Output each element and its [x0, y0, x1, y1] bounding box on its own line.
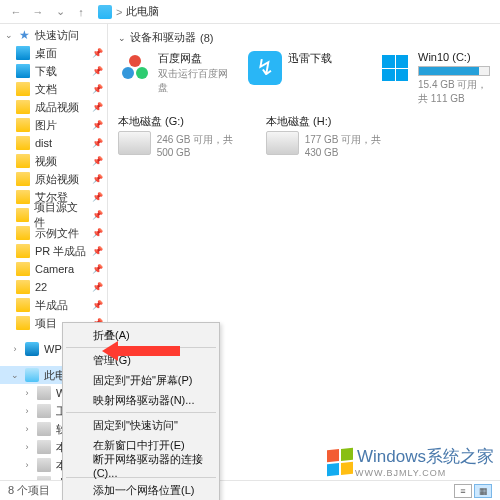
chevron-right-icon: ›: [22, 388, 32, 398]
pin-icon: 📌: [92, 102, 103, 112]
sidebar-item[interactable]: dist📌: [0, 134, 107, 152]
context-menu: 折叠(A)管理(G)固定到"开始"屏幕(P)映射网络驱动器(N)...固定到"快…: [62, 322, 220, 500]
sidebar-item-label: 半成品: [35, 298, 68, 313]
pc-icon: [98, 5, 112, 19]
watermark-sub: 系统之家: [426, 447, 494, 466]
watermark: Windows系统之家 WWW.BJMLY.COM: [327, 445, 494, 478]
pin-icon: 📌: [92, 192, 103, 202]
sidebar-item[interactable]: 半成品📌: [0, 296, 107, 314]
capacity-bar: [418, 66, 490, 76]
chevron-right-icon: ›: [22, 424, 32, 434]
context-menu-item[interactable]: 添加一个网络位置(L): [65, 480, 217, 500]
context-menu-item[interactable]: 固定到"快速访问": [65, 415, 217, 435]
pin-icon: 📌: [92, 246, 103, 256]
pin-icon: 📌: [92, 156, 103, 166]
sidebar-item[interactable]: 下载📌: [0, 62, 107, 80]
pin-icon: 📌: [92, 210, 103, 220]
watermark-url: WWW.BJMLY.COM: [355, 468, 494, 478]
chevron-right-icon: ›: [22, 406, 32, 416]
up-arrow-icon[interactable]: ↑: [74, 5, 88, 19]
pin-icon: 📌: [92, 174, 103, 184]
sidebar-item[interactable]: 成品视频📌: [0, 98, 107, 116]
device-tile-xunlei[interactable]: ↯ 迅雷下载: [248, 51, 360, 106]
context-menu-item[interactable]: 固定到"开始"屏幕(P): [65, 370, 217, 390]
sidebar-item[interactable]: 示例文件📌: [0, 224, 107, 242]
device-tile-baidu[interactable]: 百度网盘 双击运行百度网盘: [118, 51, 230, 106]
folder-icon: [16, 244, 30, 258]
folder-icon: [16, 280, 30, 294]
sidebar-item-label: dist: [35, 137, 52, 149]
device-name: 迅雷下载: [288, 51, 360, 66]
sidebar-item-label: Camera: [35, 263, 74, 275]
drive-name: 本地磁盘 (H:): [266, 114, 396, 129]
sidebar-item[interactable]: 视频📌: [0, 152, 107, 170]
folder-icon: [16, 298, 30, 312]
sidebar-item-label: PR 半成品: [35, 244, 86, 259]
sidebar-item-label: 下载: [35, 64, 57, 79]
pc-icon: [25, 368, 39, 382]
sidebar-item-label: 文档: [35, 82, 57, 97]
context-menu-item[interactable]: 折叠(A): [65, 325, 217, 345]
view-details-icon[interactable]: ≡: [454, 484, 472, 498]
folder-icon: [16, 262, 30, 276]
context-menu-item[interactable]: 断开网络驱动器的连接(C)...: [65, 455, 217, 475]
sidebar-item[interactable]: Camera📌: [0, 260, 107, 278]
context-menu-item[interactable]: 管理(G): [65, 350, 217, 370]
breadcrumb[interactable]: > 此电脑: [98, 4, 159, 19]
device-sub: 双击运行百度网盘: [158, 67, 230, 95]
folder-icon: [16, 154, 30, 168]
sidebar-item[interactable]: PR 半成品📌: [0, 242, 107, 260]
pin-icon: 📌: [92, 66, 103, 76]
pin-icon: 📌: [92, 228, 103, 238]
hard-drive-icon: [118, 131, 151, 155]
section-header[interactable]: ⌄ 设备和驱动器 (8): [118, 30, 490, 45]
chevron-down-icon: ⌄: [4, 30, 14, 40]
windows-drive-icon: [378, 51, 412, 85]
desktop-icon: [16, 46, 30, 60]
pin-icon: 📌: [92, 48, 103, 58]
star-icon: ★: [19, 28, 30, 42]
pin-icon: 📌: [92, 120, 103, 130]
download-icon: [16, 64, 30, 78]
section-title: 设备和驱动器: [130, 30, 196, 45]
capacity-text: 15.4 GB 可用，共 111 GB: [418, 78, 490, 106]
sidebar-item[interactable]: 文档📌: [0, 80, 107, 98]
sidebar-item-label: 22: [35, 281, 47, 293]
context-menu-item[interactable]: 映射网络驱动器(N)...: [65, 390, 217, 410]
status-items: 8 个项目: [8, 483, 50, 498]
sidebar-item-label: 成品视频: [35, 100, 79, 115]
folder-icon: [16, 118, 30, 132]
pin-icon: 📌: [92, 84, 103, 94]
sidebar-item-label: 桌面: [35, 46, 57, 61]
back-arrow-icon[interactable]: ←: [8, 4, 24, 20]
windows-logo-icon: [327, 447, 353, 476]
sidebar-label: 快速访问: [35, 28, 79, 43]
pin-icon: 📌: [92, 282, 103, 292]
sidebar-item[interactable]: 22📌: [0, 278, 107, 296]
folder-icon: [16, 172, 30, 186]
watermark-brand: Windows: [357, 447, 426, 466]
folder-icon: [16, 208, 29, 222]
menu-separator: [66, 412, 216, 413]
drive-icon: [37, 386, 51, 400]
forward-arrow-icon[interactable]: →: [30, 4, 46, 20]
sidebar-item[interactable]: 桌面📌: [0, 44, 107, 62]
folder-icon: [16, 190, 30, 204]
device-tile-win10[interactable]: Win10 (C:) 15.4 GB 可用，共 111 GB: [378, 51, 490, 106]
sidebar-quick-access[interactable]: ⌄ ★ 快速访问: [0, 26, 107, 44]
sidebar-item[interactable]: 原始视频📌: [0, 170, 107, 188]
drive-name: 本地磁盘 (G:): [118, 114, 248, 129]
pin-icon: 📌: [92, 300, 103, 310]
drive-tile[interactable]: 本地磁盘 (H:) 177 GB 可用，共 430 GB: [266, 114, 396, 158]
sidebar-item-label: 原始视频: [35, 172, 79, 187]
recent-chevron-icon[interactable]: ⌄: [52, 4, 68, 20]
sidebar-item-label: 视频: [35, 154, 57, 169]
capacity-text: 177 GB 可用，共 430 GB: [305, 133, 396, 158]
sidebar-item-label: 图片: [35, 118, 57, 133]
sidebar-item[interactable]: 图片📌: [0, 116, 107, 134]
view-tiles-icon[interactable]: ▦: [474, 484, 492, 498]
breadcrumb-location: 此电脑: [126, 4, 159, 19]
drive-tile[interactable]: 本地磁盘 (G:) 246 GB 可用，共 500 GB: [118, 114, 248, 158]
sidebar-item[interactable]: 项目源文件📌: [0, 206, 107, 224]
drive-icon: [37, 458, 51, 472]
